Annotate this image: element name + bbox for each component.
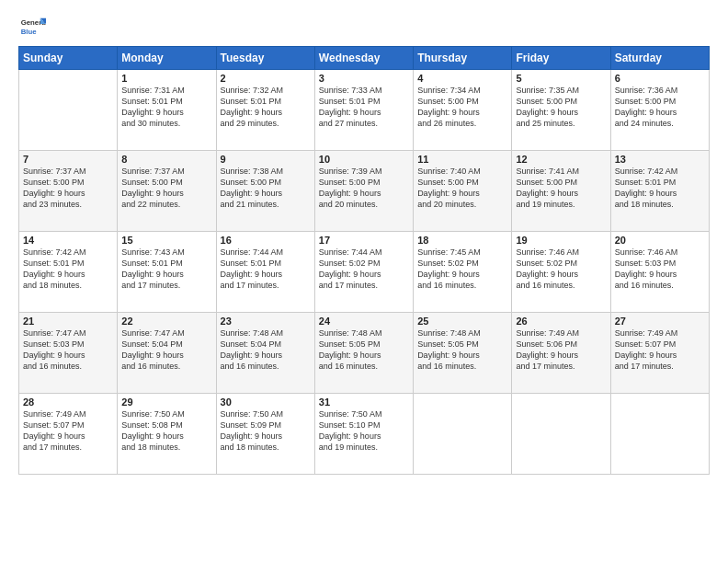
day-info: Sunrise: 7:46 AM Sunset: 5:03 PM Dayligh… — [615, 247, 705, 292]
day-number: 22 — [121, 316, 211, 327]
calendar-cell: 30Sunrise: 7:50 AM Sunset: 5:09 PM Dayli… — [216, 394, 314, 475]
day-number: 1 — [121, 73, 211, 84]
calendar-week-2: 7Sunrise: 7:37 AM Sunset: 5:00 PM Daylig… — [19, 151, 710, 232]
day-info: Sunrise: 7:48 AM Sunset: 5:05 PM Dayligh… — [417, 327, 507, 373]
day-number: 21 — [23, 316, 113, 327]
calendar-cell: 3Sunrise: 7:33 AM Sunset: 5:01 PM Daylig… — [314, 70, 413, 151]
day-number: 12 — [516, 154, 606, 165]
weekday-header-sunday: Sunday — [19, 47, 118, 70]
calendar-cell: 4Sunrise: 7:34 AM Sunset: 5:00 PM Daylig… — [414, 70, 512, 151]
day-info: Sunrise: 7:40 AM Sunset: 5:00 PM Dayligh… — [417, 166, 507, 211]
day-info: Sunrise: 7:45 AM Sunset: 5:02 PM Dayligh… — [417, 247, 507, 292]
day-info: Sunrise: 7:34 AM Sunset: 5:00 PM Dayligh… — [417, 85, 507, 130]
day-number: 30 — [221, 396, 311, 408]
calendar-cell: 10Sunrise: 7:39 AM Sunset: 5:00 PM Dayli… — [314, 151, 413, 232]
calendar-cell: 25Sunrise: 7:48 AM Sunset: 5:05 PM Dayli… — [414, 313, 512, 394]
day-number: 16 — [221, 235, 311, 246]
calendar-cell: 9Sunrise: 7:38 AM Sunset: 5:00 PM Daylig… — [216, 151, 314, 232]
day-number: 4 — [417, 73, 507, 84]
calendar-cell: 20Sunrise: 7:46 AM Sunset: 5:03 PM Dayli… — [610, 232, 709, 313]
day-info: Sunrise: 7:38 AM Sunset: 5:00 PM Dayligh… — [221, 166, 311, 211]
day-info: Sunrise: 7:35 AM Sunset: 5:00 PM Dayligh… — [516, 85, 606, 130]
calendar-cell: 6Sunrise: 7:36 AM Sunset: 5:00 PM Daylig… — [610, 70, 709, 151]
day-number: 8 — [121, 154, 211, 165]
day-info: Sunrise: 7:49 AM Sunset: 5:06 PM Dayligh… — [516, 327, 606, 373]
svg-text:Blue: Blue — [21, 28, 38, 36]
calendar-cell — [610, 394, 709, 475]
calendar-cell: 29Sunrise: 7:50 AM Sunset: 5:08 PM Dayli… — [118, 394, 216, 475]
weekday-header-tuesday: Tuesday — [216, 47, 314, 70]
day-number: 13 — [615, 154, 705, 165]
calendar-cell: 17Sunrise: 7:44 AM Sunset: 5:02 PM Dayli… — [314, 232, 413, 313]
calendar-cell: 5Sunrise: 7:35 AM Sunset: 5:00 PM Daylig… — [512, 70, 610, 151]
day-info: Sunrise: 7:50 AM Sunset: 5:09 PM Dayligh… — [221, 408, 311, 454]
day-number: 3 — [319, 73, 409, 84]
calendar-cell: 27Sunrise: 7:49 AM Sunset: 5:07 PM Dayli… — [610, 313, 709, 394]
calendar-cell: 22Sunrise: 7:47 AM Sunset: 5:04 PM Dayli… — [118, 313, 216, 394]
weekday-header-thursday: Thursday — [414, 47, 512, 70]
calendar-cell: 19Sunrise: 7:46 AM Sunset: 5:02 PM Dayli… — [512, 232, 610, 313]
logo: General Blue — [18, 17, 50, 37]
calendar-cell: 7Sunrise: 7:37 AM Sunset: 5:00 PM Daylig… — [19, 151, 118, 232]
day-number: 25 — [417, 316, 507, 327]
day-info: Sunrise: 7:44 AM Sunset: 5:02 PM Dayligh… — [319, 247, 409, 292]
day-info: Sunrise: 7:50 AM Sunset: 5:08 PM Dayligh… — [121, 408, 211, 454]
day-number: 26 — [516, 316, 606, 327]
day-number: 17 — [319, 235, 409, 246]
day-number: 2 — [221, 73, 311, 84]
day-info: Sunrise: 7:47 AM Sunset: 5:03 PM Dayligh… — [23, 327, 113, 373]
weekday-header-wednesday: Wednesday — [314, 47, 413, 70]
day-number: 5 — [516, 73, 606, 84]
calendar-cell: 12Sunrise: 7:41 AM Sunset: 5:00 PM Dayli… — [512, 151, 610, 232]
day-info: Sunrise: 7:39 AM Sunset: 5:00 PM Dayligh… — [319, 166, 409, 211]
day-number: 28 — [23, 396, 113, 408]
day-info: Sunrise: 7:49 AM Sunset: 5:07 PM Dayligh… — [23, 408, 113, 454]
calendar-week-1: 1Sunrise: 7:31 AM Sunset: 5:01 PM Daylig… — [19, 70, 710, 151]
calendar-cell — [19, 70, 118, 151]
day-number: 18 — [417, 235, 507, 246]
day-info: Sunrise: 7:48 AM Sunset: 5:04 PM Dayligh… — [221, 327, 311, 373]
calendar-cell: 24Sunrise: 7:48 AM Sunset: 5:05 PM Dayli… — [314, 313, 413, 394]
calendar-cell — [512, 394, 610, 475]
calendar-cell: 13Sunrise: 7:42 AM Sunset: 5:01 PM Dayli… — [610, 151, 709, 232]
calendar-week-3: 14Sunrise: 7:42 AM Sunset: 5:01 PM Dayli… — [19, 232, 710, 313]
day-info: Sunrise: 7:41 AM Sunset: 5:00 PM Dayligh… — [516, 166, 606, 211]
day-number: 31 — [319, 396, 409, 408]
weekday-header-monday: Monday — [118, 47, 216, 70]
day-number: 10 — [319, 154, 409, 165]
day-number: 23 — [221, 316, 311, 327]
day-number: 11 — [417, 154, 507, 165]
day-number: 9 — [221, 154, 311, 165]
calendar-cell: 18Sunrise: 7:45 AM Sunset: 5:02 PM Dayli… — [414, 232, 512, 313]
day-info: Sunrise: 7:44 AM Sunset: 5:01 PM Dayligh… — [221, 247, 311, 292]
day-info: Sunrise: 7:49 AM Sunset: 5:07 PM Dayligh… — [615, 327, 705, 373]
calendar-cell: 23Sunrise: 7:48 AM Sunset: 5:04 PM Dayli… — [216, 313, 314, 394]
calendar-cell: 16Sunrise: 7:44 AM Sunset: 5:01 PM Dayli… — [216, 232, 314, 313]
day-info: Sunrise: 7:33 AM Sunset: 5:01 PM Dayligh… — [319, 85, 409, 130]
day-number: 24 — [319, 316, 409, 327]
calendar-cell: 21Sunrise: 7:47 AM Sunset: 5:03 PM Dayli… — [19, 313, 118, 394]
day-info: Sunrise: 7:36 AM Sunset: 5:00 PM Dayligh… — [615, 85, 705, 130]
calendar-table: SundayMondayTuesdayWednesdayThursdayFrid… — [18, 46, 710, 475]
day-info: Sunrise: 7:37 AM Sunset: 5:00 PM Dayligh… — [23, 166, 113, 211]
day-info: Sunrise: 7:47 AM Sunset: 5:04 PM Dayligh… — [121, 327, 211, 373]
page-header: General Blue — [18, 17, 710, 37]
weekday-header-friday: Friday — [512, 47, 610, 70]
day-number: 27 — [615, 316, 705, 327]
calendar-cell: 28Sunrise: 7:49 AM Sunset: 5:07 PM Dayli… — [19, 394, 118, 475]
weekday-header-saturday: Saturday — [610, 47, 709, 70]
day-info: Sunrise: 7:42 AM Sunset: 5:01 PM Dayligh… — [23, 247, 113, 292]
day-number: 15 — [121, 235, 211, 246]
day-info: Sunrise: 7:43 AM Sunset: 5:01 PM Dayligh… — [121, 247, 211, 292]
calendar-week-5: 28Sunrise: 7:49 AM Sunset: 5:07 PM Dayli… — [19, 394, 710, 475]
day-number: 7 — [23, 154, 113, 165]
weekday-header-row: SundayMondayTuesdayWednesdayThursdayFrid… — [19, 47, 710, 70]
day-info: Sunrise: 7:31 AM Sunset: 5:01 PM Dayligh… — [121, 85, 211, 130]
day-info: Sunrise: 7:32 AM Sunset: 5:01 PM Dayligh… — [221, 85, 311, 130]
logo-icon: General Blue — [20, 17, 46, 37]
day-number: 6 — [615, 73, 705, 84]
day-number: 29 — [121, 396, 211, 408]
day-number: 20 — [615, 235, 705, 246]
calendar-cell — [414, 394, 512, 475]
calendar-cell: 14Sunrise: 7:42 AM Sunset: 5:01 PM Dayli… — [19, 232, 118, 313]
